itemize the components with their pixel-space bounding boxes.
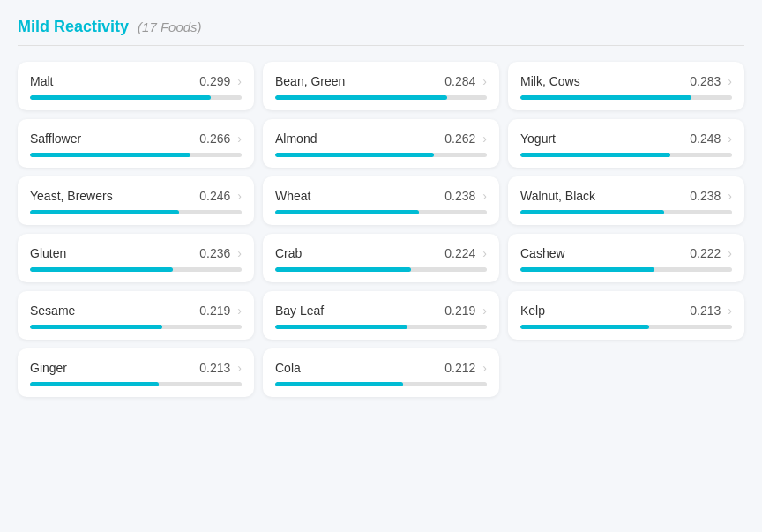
- food-value: 0.212: [444, 361, 475, 375]
- chevron-right-icon: ›: [237, 189, 242, 203]
- food-value: 0.283: [690, 74, 721, 88]
- bar-fill: [520, 325, 649, 329]
- food-card[interactable]: Safflower 0.266 ›: [18, 119, 254, 168]
- food-card[interactable]: Sesame 0.219 ›: [18, 291, 254, 340]
- bar-fill: [520, 267, 654, 272]
- bar-fill: [30, 210, 179, 214]
- card-row: Walnut, Black 0.238 ›: [520, 189, 732, 203]
- bar-fill: [275, 267, 411, 272]
- food-value: 0.219: [444, 303, 475, 318]
- food-value: 0.246: [199, 189, 230, 203]
- card-right: 0.299 ›: [199, 74, 242, 88]
- bar-track: [520, 267, 732, 272]
- foods-grid: Malt 0.299 › Bean, Green 0.284 ›: [18, 62, 744, 397]
- food-value: 0.266: [199, 131, 230, 146]
- bar-track: [520, 210, 732, 214]
- bar-fill: [520, 95, 691, 100]
- chevron-right-icon: ›: [728, 246, 732, 260]
- bar-track: [30, 153, 242, 157]
- card-row: Yogurt 0.248 ›: [520, 131, 732, 146]
- bar-fill: [30, 153, 190, 157]
- food-card[interactable]: Bean, Green 0.284 ›: [263, 62, 499, 110]
- chevron-right-icon: ›: [237, 74, 242, 88]
- card-row: Crab 0.224 ›: [275, 246, 487, 260]
- chevron-right-icon: ›: [482, 246, 487, 260]
- food-card[interactable]: Milk, Cows 0.283 ›: [508, 62, 744, 110]
- food-card[interactable]: Kelp 0.213 ›: [508, 291, 744, 340]
- bar-track: [275, 95, 487, 100]
- food-value: 0.219: [199, 303, 230, 318]
- bar-fill: [275, 95, 447, 100]
- card-right: 0.246 ›: [199, 189, 242, 203]
- chevron-right-icon: ›: [482, 131, 487, 146]
- chevron-right-icon: ›: [728, 303, 732, 318]
- food-card[interactable]: Crab 0.224 ›: [263, 234, 499, 282]
- food-card[interactable]: Cashew 0.222 ›: [508, 234, 744, 282]
- food-name: Gluten: [30, 246, 66, 260]
- chevron-right-icon: ›: [482, 189, 487, 203]
- card-row: Wheat 0.238 ›: [275, 189, 487, 203]
- food-card[interactable]: Ginger 0.213 ›: [18, 348, 254, 397]
- food-name: Cola: [275, 361, 301, 375]
- food-value: 0.213: [690, 303, 721, 318]
- food-name: Crab: [275, 246, 302, 260]
- food-card[interactable]: Cola 0.212 ›: [263, 348, 499, 397]
- section-header: Mild Reactivity (17 Foods): [18, 18, 744, 46]
- bar-track: [275, 325, 487, 329]
- bar-fill: [30, 95, 211, 100]
- food-card[interactable]: Wheat 0.238 ›: [263, 176, 499, 225]
- bar-track: [275, 382, 487, 386]
- card-row: Cola 0.212 ›: [275, 361, 487, 375]
- card-right: 0.266 ›: [199, 131, 242, 146]
- food-card[interactable]: Yeast, Brewers 0.246 ›: [18, 176, 254, 225]
- bar-track: [30, 95, 242, 100]
- food-card[interactable]: Bay Leaf 0.219 ›: [263, 291, 499, 340]
- card-row: Bay Leaf 0.219 ›: [275, 303, 487, 318]
- food-name: Yogurt: [520, 131, 556, 146]
- chevron-right-icon: ›: [728, 74, 732, 88]
- chevron-right-icon: ›: [728, 131, 732, 146]
- food-name: Safflower: [30, 131, 81, 146]
- card-right: 0.283 ›: [690, 74, 732, 88]
- bar-track: [520, 325, 732, 329]
- food-name: Malt: [30, 74, 53, 88]
- card-right: 0.224 ›: [444, 246, 487, 260]
- food-card[interactable]: Yogurt 0.248 ›: [508, 119, 744, 168]
- bar-track: [520, 95, 732, 100]
- bar-fill: [275, 325, 407, 329]
- food-card[interactable]: Almond 0.262 ›: [263, 119, 499, 168]
- food-name: Wheat: [275, 189, 310, 203]
- food-card[interactable]: Malt 0.299 ›: [18, 62, 254, 110]
- bar-fill: [30, 267, 173, 272]
- card-right: 0.248 ›: [690, 131, 732, 146]
- chevron-right-icon: ›: [237, 246, 242, 260]
- food-card[interactable]: Walnut, Black 0.238 ›: [508, 176, 744, 225]
- food-name: Sesame: [30, 303, 75, 318]
- bar-fill: [30, 325, 162, 329]
- card-right: 0.212 ›: [444, 361, 487, 375]
- card-row: Kelp 0.213 ›: [520, 303, 732, 318]
- food-card[interactable]: Gluten 0.236 ›: [18, 234, 254, 282]
- food-name: Ginger: [30, 361, 67, 375]
- food-value: 0.224: [444, 246, 475, 260]
- bar-track: [275, 153, 487, 157]
- card-right: 0.219 ›: [199, 303, 242, 318]
- food-value: 0.213: [199, 361, 230, 375]
- bar-track: [30, 210, 242, 214]
- card-right: 0.262 ›: [444, 131, 487, 146]
- bar-fill: [275, 153, 434, 157]
- bar-track: [275, 210, 487, 214]
- bar-fill: [30, 382, 159, 386]
- bar-track: [30, 382, 242, 386]
- food-name: Milk, Cows: [520, 74, 580, 88]
- food-value: 0.248: [690, 131, 721, 146]
- card-right: 0.213 ›: [690, 303, 732, 318]
- food-value: 0.222: [690, 246, 721, 260]
- card-row: Ginger 0.213 ›: [30, 361, 242, 375]
- food-value: 0.262: [444, 131, 475, 146]
- section-title: Mild Reactivity: [18, 18, 129, 36]
- chevron-right-icon: ›: [237, 303, 242, 318]
- card-row: Almond 0.262 ›: [275, 131, 487, 146]
- card-row: Safflower 0.266 ›: [30, 131, 242, 146]
- food-name: Kelp: [520, 303, 545, 318]
